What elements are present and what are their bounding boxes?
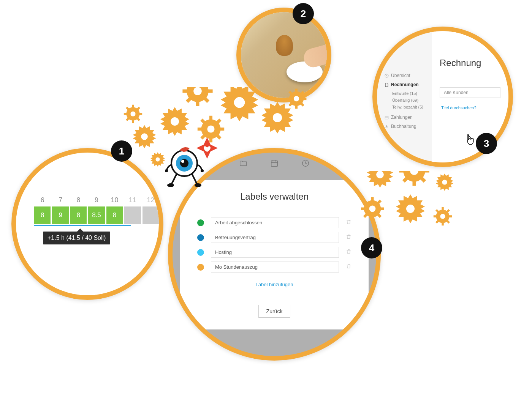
labels-footer: tstag" – 36 63 % [203, 342, 346, 348]
svg-rect-20 [385, 116, 388, 119]
day-hours-box[interactable] [142, 206, 159, 224]
download-icon [385, 124, 389, 129]
step-badge-3: 3 [476, 133, 497, 154]
week-number: 8 [70, 196, 87, 204]
trash-icon[interactable] [346, 234, 352, 241]
svg-point-15 [167, 183, 174, 187]
footer-tag-label: tstag" [203, 342, 214, 348]
invoices-title: Rechnung [440, 58, 508, 68]
photo-button-circle [236, 8, 331, 102]
week-hour-boxes: 8988.58 [34, 206, 159, 224]
hours-widget-circle: 6789101112 8988.58 +1.5 h (41.5 / 40 Sol… [11, 148, 163, 300]
trash-icon[interactable] [346, 249, 352, 256]
svg-rect-21 [271, 161, 278, 167]
day-hours-box[interactable]: 8 [34, 206, 51, 224]
week-header: 6789101112 [34, 196, 159, 204]
app-toolbar [173, 153, 376, 175]
label-name-input[interactable] [211, 262, 339, 273]
label-row [197, 262, 352, 273]
footer-percent: 63 % [336, 342, 346, 348]
invoices-sidebar: Übersicht Rechnungen Entwürfe (15) Überf… [377, 31, 432, 162]
footer-tag-count: – 36 [214, 342, 225, 348]
svg-point-13 [180, 159, 188, 167]
labels-modal: Labels verwalten Label hinzufügen Zurück [180, 180, 369, 329]
week-number: 9 [88, 196, 104, 204]
back-button[interactable]: Zurück [258, 305, 291, 318]
nav-overdue[interactable]: Überfällig (69) [385, 98, 432, 102]
nav-payments[interactable]: Zahlungen [385, 115, 432, 120]
label-name-input[interactable] [211, 217, 339, 228]
svg-point-11 [171, 150, 197, 176]
label-color-dot[interactable] [197, 264, 204, 271]
label-row [197, 217, 352, 228]
nav-accounting[interactable]: Buchhaltung [385, 124, 432, 129]
nav-accounting-label: Buchhaltung [391, 124, 416, 129]
nav-partial[interactable]: Teilw. bezahlt (5) [385, 105, 432, 109]
label-color-dot[interactable] [197, 234, 204, 241]
label-name-input[interactable] [211, 232, 339, 243]
customer-select[interactable]: Alle Kunden [440, 87, 500, 98]
document-icon [385, 83, 389, 87]
week-number: 11 [124, 196, 141, 204]
labels-manage-circle: Labels verwalten Label hinzufügen Zurück… [168, 148, 381, 361]
step-badge-4: 4 [361, 237, 382, 258]
step-badge-1: 1 [111, 140, 132, 162]
nav-invoices-label: Rechnungen [391, 82, 419, 87]
day-hours-box[interactable]: 8.5 [88, 206, 104, 224]
week-number: 12 [142, 196, 159, 204]
svg-point-18 [201, 169, 204, 172]
label-color-dot[interactable] [197, 219, 204, 226]
search-titles-link[interactable]: Titel durchsuchen? [441, 106, 508, 110]
label-color-dot[interactable] [197, 249, 204, 256]
hours-balance-tooltip: +1.5 h (41.5 / 40 Soll) [43, 232, 110, 244]
label-row [197, 232, 352, 243]
nav-drafts[interactable]: Entwürfe (15) [385, 91, 432, 96]
svg-point-14 [181, 160, 184, 163]
calendar-icon [385, 115, 389, 120]
svg-point-12 [176, 155, 193, 172]
week-underline [34, 225, 131, 226]
labels-modal-title: Labels verwalten [197, 191, 352, 202]
day-hours-box[interactable]: 9 [52, 206, 68, 224]
heart-star-decoration [196, 137, 218, 161]
day-hours-box[interactable]: 8 [106, 206, 123, 224]
clock-icon [385, 74, 389, 78]
trash-icon[interactable] [346, 219, 352, 226]
calendar-icon[interactable] [270, 159, 279, 169]
day-hours-box[interactable] [124, 206, 141, 224]
folder-icon[interactable] [239, 159, 247, 169]
add-label-link[interactable]: Label hinzufügen [255, 282, 293, 287]
trash-icon[interactable] [346, 263, 352, 271]
step-badge-2: 2 [293, 3, 314, 24]
nav-payments-label: Zahlungen [391, 115, 413, 120]
nav-overview[interactable]: Übersicht [385, 73, 432, 78]
nav-invoices[interactable]: Rechnungen [385, 82, 432, 87]
nav-overview-label: Übersicht [391, 73, 410, 78]
week-number: 6 [34, 196, 51, 204]
clock-icon[interactable] [301, 159, 310, 169]
day-hours-box[interactable]: 8 [70, 206, 87, 224]
garfield-figurine [276, 35, 293, 56]
label-row [197, 247, 352, 258]
week-number: 7 [52, 196, 68, 204]
svg-point-17 [165, 169, 168, 172]
mascot-eyeball [167, 144, 201, 186]
pointer-cursor-icon [464, 134, 475, 148]
label-name-input[interactable] [211, 247, 339, 258]
week-number: 10 [106, 196, 123, 204]
